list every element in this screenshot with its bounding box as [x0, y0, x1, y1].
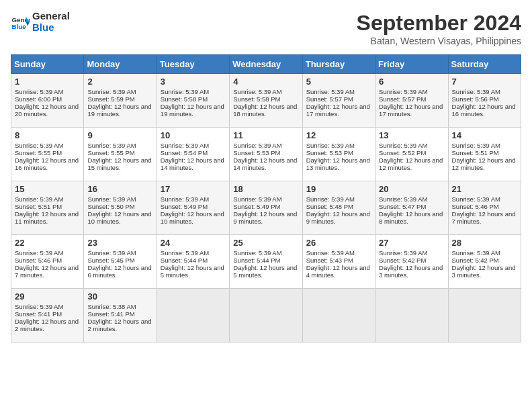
calendar-cell: 3 Sunrise: 5:39 AM Sunset: 5:58 PM Dayli…: [157, 74, 229, 128]
page-header: General Blue General Blue September 2024…: [11, 11, 521, 46]
calendar-cell: 6 Sunrise: 5:39 AM Sunset: 5:57 PM Dayli…: [375, 74, 448, 128]
day-number: 6: [379, 77, 444, 87]
sunrise-label: Sunrise: 5:39 AM: [379, 195, 427, 203]
logo-icon: General Blue: [11, 13, 30, 32]
calendar-cell: 5 Sunrise: 5:39 AM Sunset: 5:57 PM Dayli…: [302, 74, 375, 128]
main-title: September 2024: [357, 11, 521, 36]
sunset-label: Sunset: 5:50 PM: [87, 203, 134, 210]
calendar-cell: 28 Sunrise: 5:39 AM Sunset: 5:42 PM Dayl…: [448, 235, 521, 289]
day-header-tuesday: Tuesday: [157, 55, 229, 74]
logo: General Blue General Blue: [11, 11, 70, 33]
day-number: 19: [306, 184, 371, 194]
sunrise-label: Sunrise: 5:39 AM: [15, 195, 63, 203]
calendar-table: SundayMondayTuesdayWednesdayThursdayFrid…: [11, 54, 521, 342]
daylight-label: Daylight: 12 hours and 14 minutes.: [161, 156, 224, 171]
daylight-label: Daylight: 12 hours and 16 minutes.: [15, 156, 79, 171]
calendar-cell: [375, 289, 448, 342]
day-number: 27: [379, 238, 444, 248]
calendar-cell: 17 Sunrise: 5:39 AM Sunset: 5:49 PM Dayl…: [157, 181, 229, 235]
calendar-week-row: 1 Sunrise: 5:39 AM Sunset: 6:00 PM Dayli…: [11, 74, 521, 128]
day-number: 13: [379, 130, 444, 140]
daylight-label: Daylight: 12 hours and 12 minutes.: [452, 156, 516, 171]
calendar-cell: 25 Sunrise: 5:39 AM Sunset: 5:44 PM Dayl…: [230, 235, 302, 289]
sunrise-label: Sunrise: 5:39 AM: [87, 195, 136, 203]
sunrise-label: Sunrise: 5:39 AM: [87, 88, 136, 95]
sunset-label: Sunset: 5:54 PM: [161, 149, 208, 156]
sunrise-label: Sunrise: 5:39 AM: [452, 195, 500, 203]
calendar-week-row: 8 Sunrise: 5:39 AM Sunset: 5:55 PM Dayli…: [11, 128, 521, 181]
daylight-label: Daylight: 12 hours and 9 minutes.: [306, 210, 370, 225]
daylight-label: Daylight: 12 hours and 6 minutes.: [87, 264, 151, 279]
day-number: 24: [161, 238, 226, 248]
daylight-label: Daylight: 12 hours and 15 minutes.: [87, 156, 151, 171]
title-block: September 2024 Batan, Western Visayas, P…: [357, 11, 521, 46]
calendar-cell: 13 Sunrise: 5:39 AM Sunset: 5:52 PM Dayl…: [375, 128, 448, 181]
day-number: 11: [233, 130, 298, 140]
calendar-cell: 21 Sunrise: 5:39 AM Sunset: 5:46 PM Dayl…: [448, 181, 521, 235]
daylight-label: Daylight: 12 hours and 13 minutes.: [306, 156, 370, 171]
daylight-label: Daylight: 12 hours and 10 minutes.: [87, 210, 151, 225]
daylight-label: Daylight: 12 hours and 18 minutes.: [233, 103, 297, 118]
calendar-week-row: 22 Sunrise: 5:39 AM Sunset: 5:46 PM Dayl…: [11, 235, 521, 289]
calendar-cell: [302, 289, 375, 342]
day-number: 20: [379, 184, 444, 194]
sunset-label: Sunset: 5:44 PM: [161, 257, 208, 264]
daylight-label: Daylight: 12 hours and 7 minutes.: [452, 210, 516, 225]
sunrise-label: Sunrise: 5:39 AM: [379, 249, 427, 257]
daylight-label: Daylight: 12 hours and 3 minutes.: [379, 264, 443, 279]
sunset-label: Sunset: 5:52 PM: [379, 149, 426, 156]
calendar-cell: 9 Sunrise: 5:39 AM Sunset: 5:55 PM Dayli…: [84, 128, 157, 181]
svg-marker-3: [26, 22, 30, 26]
calendar-cell: 29 Sunrise: 5:39 AM Sunset: 5:41 PM Dayl…: [11, 289, 84, 342]
sunset-label: Sunset: 5:55 PM: [15, 149, 62, 156]
sunrise-label: Sunrise: 5:39 AM: [161, 142, 209, 149]
sunrise-label: Sunrise: 5:39 AM: [161, 195, 209, 203]
sunrise-label: Sunrise: 5:39 AM: [87, 142, 136, 149]
calendar-cell: 30 Sunrise: 5:38 AM Sunset: 5:41 PM Dayl…: [84, 289, 157, 342]
daylight-label: Daylight: 12 hours and 4 minutes.: [306, 264, 370, 279]
sunrise-label: Sunrise: 5:39 AM: [379, 142, 427, 149]
calendar-cell: 2 Sunrise: 5:39 AM Sunset: 5:59 PM Dayli…: [84, 74, 157, 128]
sunrise-label: Sunrise: 5:39 AM: [87, 249, 136, 257]
calendar-cell: 7 Sunrise: 5:39 AM Sunset: 5:56 PM Dayli…: [448, 74, 521, 128]
sunset-label: Sunset: 5:42 PM: [379, 257, 426, 264]
sunset-label: Sunset: 5:56 PM: [452, 95, 499, 103]
calendar-cell: 27 Sunrise: 5:39 AM Sunset: 5:42 PM Dayl…: [375, 235, 448, 289]
daylight-label: Daylight: 12 hours and 2 minutes.: [15, 318, 79, 332]
daylight-label: Daylight: 12 hours and 10 minutes.: [161, 210, 224, 225]
day-number: 17: [161, 184, 226, 194]
sunset-label: Sunset: 5:53 PM: [306, 149, 353, 156]
sunset-label: Sunset: 5:43 PM: [306, 257, 353, 264]
sunrise-label: Sunrise: 5:39 AM: [306, 142, 355, 149]
sunset-label: Sunset: 5:57 PM: [306, 95, 353, 103]
subtitle: Batan, Western Visayas, Philippines: [357, 36, 521, 46]
logo-text: General Blue: [32, 11, 70, 33]
sunset-label: Sunset: 5:46 PM: [452, 203, 499, 210]
sunset-label: Sunset: 5:57 PM: [379, 95, 426, 103]
daylight-label: Daylight: 12 hours and 19 minutes.: [161, 103, 224, 118]
sunrise-label: Sunrise: 5:39 AM: [161, 249, 209, 257]
calendar-cell: 24 Sunrise: 5:39 AM Sunset: 5:44 PM Dayl…: [157, 235, 229, 289]
sunset-label: Sunset: 5:55 PM: [87, 149, 134, 156]
day-number: 2: [87, 77, 152, 87]
sunrise-label: Sunrise: 5:39 AM: [15, 142, 63, 149]
day-number: 5: [306, 77, 371, 87]
sunset-label: Sunset: 5:58 PM: [233, 95, 280, 103]
day-number: 28: [452, 238, 517, 248]
sunrise-label: Sunrise: 5:39 AM: [452, 88, 500, 95]
calendar-header-row: SundayMondayTuesdayWednesdayThursdayFrid…: [11, 55, 521, 74]
sunrise-label: Sunrise: 5:39 AM: [233, 249, 281, 257]
calendar-cell: [157, 289, 229, 342]
calendar-cell: 12 Sunrise: 5:39 AM Sunset: 5:53 PM Dayl…: [302, 128, 375, 181]
day-number: 7: [452, 77, 517, 87]
daylight-label: Daylight: 12 hours and 7 minutes.: [15, 264, 79, 279]
calendar-cell: 11 Sunrise: 5:39 AM Sunset: 5:53 PM Dayl…: [230, 128, 302, 181]
day-number: 29: [15, 291, 80, 302]
calendar-cell: [448, 289, 521, 342]
sunrise-label: Sunrise: 5:39 AM: [379, 88, 427, 95]
daylight-label: Daylight: 12 hours and 9 minutes.: [233, 210, 297, 225]
sunrise-label: Sunrise: 5:39 AM: [15, 88, 63, 95]
daylight-label: Daylight: 12 hours and 12 minutes.: [379, 156, 443, 171]
sunset-label: Sunset: 5:58 PM: [161, 95, 208, 103]
daylight-label: Daylight: 12 hours and 17 minutes.: [306, 103, 370, 118]
